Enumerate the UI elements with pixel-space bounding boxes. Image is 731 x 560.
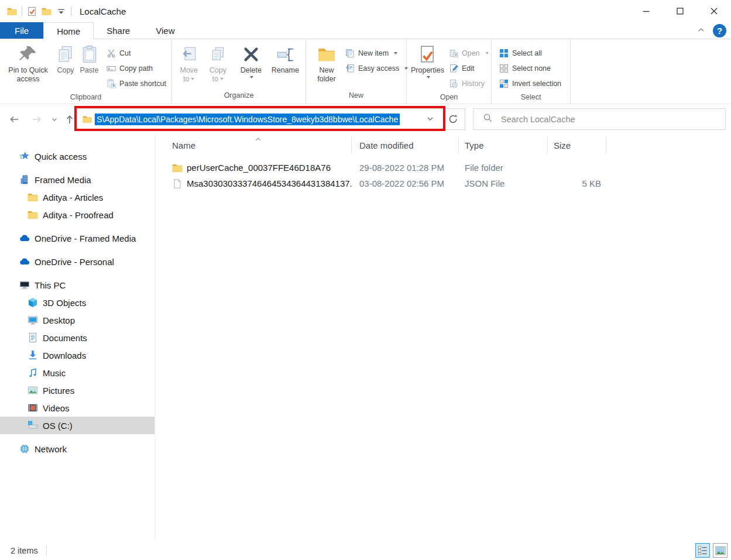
delete-icon <box>242 43 260 66</box>
new-folder-button[interactable]: New folder <box>312 42 341 85</box>
ribbon-group-new: New folder New item Easy access New <box>306 39 407 104</box>
tab-home[interactable]: Home <box>43 22 94 39</box>
building-icon <box>19 174 30 185</box>
minimize-button[interactable] <box>629 0 663 22</box>
pictures-icon <box>28 385 38 396</box>
address-path-selected-text[interactable]: S\AppData\Local\Packages\Microsoft.Windo… <box>95 114 400 125</box>
copy-path-button[interactable]: Copy path <box>104 61 169 76</box>
3d-objects-icon <box>28 297 38 308</box>
title-bar: LocalCache <box>0 0 731 22</box>
recent-locations-chevron-icon[interactable] <box>49 104 60 134</box>
videos-icon <box>28 403 38 413</box>
cut-icon <box>107 49 116 58</box>
folder-icon <box>28 209 38 220</box>
this-pc-icon <box>19 280 30 290</box>
file-row-peruser-cache[interactable]: perUserCache_00037FFE46D18A76 29-08-2022… <box>155 160 731 176</box>
tab-file[interactable]: File <box>0 22 43 39</box>
address-bar[interactable]: S\AppData\Local\Packages\Microsoft.Windo… <box>77 108 465 130</box>
invert-selection-button[interactable]: Invert selection <box>496 76 564 91</box>
file-row-msa-json[interactable]: Msa303030333746464534364431384137... 03-… <box>155 176 731 191</box>
details-view-button[interactable] <box>695 543 710 558</box>
rename-button[interactable]: Rename <box>267 42 303 76</box>
easy-access-button[interactable]: Easy access <box>342 61 411 76</box>
close-button[interactable] <box>697 0 731 22</box>
navigation-pane: Quick access Framed Media Aditya - Artic… <box>0 134 155 541</box>
select-none-button[interactable]: Select none <box>496 61 564 76</box>
main-content: Quick access Framed Media Aditya - Artic… <box>0 134 731 541</box>
select-none-icon <box>499 64 509 73</box>
documents-icon <box>28 332 38 343</box>
folder-icon <box>28 192 38 202</box>
history-button[interactable]: History <box>446 76 492 91</box>
folder-icon[interactable] <box>42 6 52 16</box>
up-button[interactable] <box>62 104 77 134</box>
select-all-button[interactable]: Select all <box>496 46 564 61</box>
address-dropdown-chevron-icon[interactable] <box>426 115 434 125</box>
edit-button[interactable]: Edit <box>446 61 492 76</box>
back-button[interactable] <box>6 104 22 134</box>
search-input[interactable] <box>501 115 725 124</box>
downloads-icon <box>28 350 38 360</box>
sidebar-item-downloads[interactable]: Downloads <box>0 346 155 364</box>
large-icons-view-button[interactable] <box>713 543 727 558</box>
status-bar: 2 items <box>0 541 731 560</box>
forward-button[interactable] <box>29 104 44 134</box>
pin-to-quick-access-button[interactable]: Pin to Quick access <box>2 42 54 85</box>
sidebar-item-os-c[interactable]: OS (C:) <box>0 417 155 434</box>
divider <box>46 545 47 556</box>
sidebar-item-music[interactable]: Music <box>0 364 155 382</box>
copy-button[interactable]: Copy <box>54 42 77 76</box>
file-list-pane: Name Date modified Type Size perUserCach… <box>155 134 731 541</box>
group-label-clipboard: Clipboard <box>0 91 171 104</box>
tab-view[interactable]: View <box>143 22 187 39</box>
group-label-new: New <box>306 90 406 104</box>
sidebar-item-desktop[interactable]: Desktop <box>0 311 155 329</box>
search-icon <box>483 113 493 125</box>
sidebar-item-pictures[interactable]: Pictures <box>0 382 155 399</box>
help-icon[interactable]: ? <box>713 24 726 37</box>
sidebar-item-quick-access[interactable]: Quick access <box>0 147 155 165</box>
copy-to-button[interactable]: Copy to <box>204 42 233 85</box>
easy-access-icon <box>345 64 355 73</box>
open-button[interactable]: Open <box>446 46 492 61</box>
file-icon <box>172 178 183 189</box>
properties-icon <box>417 43 437 66</box>
sidebar-item-this-pc[interactable]: This PC <box>0 276 155 294</box>
paste-shortcut-icon <box>107 79 116 88</box>
sidebar-item-aditya-articles[interactable]: Aditya - Articles <box>0 188 155 206</box>
divider <box>22 6 22 16</box>
sidebar-item-3d-objects[interactable]: 3D Objects <box>0 294 155 311</box>
collapse-ribbon-icon[interactable] <box>696 25 706 37</box>
move-to-button[interactable]: Move to <box>174 42 204 85</box>
move-to-icon <box>180 43 198 66</box>
column-header-date-modified[interactable]: Date modified <box>352 136 459 154</box>
refresh-icon[interactable] <box>448 114 459 127</box>
column-header-size[interactable]: Size <box>548 136 606 154</box>
sidebar-item-onedrive-personal[interactable]: OneDrive - Personal <box>0 253 155 270</box>
new-item-button[interactable]: New item <box>342 46 411 61</box>
sidebar-item-documents[interactable]: Documents <box>0 329 155 346</box>
qat-dropdown-icon[interactable] <box>56 6 66 16</box>
search-box[interactable] <box>473 108 726 130</box>
column-header-name[interactable]: Name <box>155 136 352 154</box>
sidebar-item-framed-media[interactable]: Framed Media <box>0 171 155 188</box>
paste-button[interactable]: Paste <box>77 42 101 76</box>
sidebar-item-network[interactable]: Network <box>0 440 155 458</box>
desktop-icon <box>28 315 38 325</box>
sidebar-item-onedrive-framed-media[interactable]: OneDrive - Framed Media <box>0 229 155 247</box>
maximize-button[interactable] <box>663 0 697 22</box>
cut-button[interactable]: Cut <box>104 46 169 61</box>
sidebar-item-aditya-proofread[interactable]: Aditya - Proofread <box>0 206 155 224</box>
tab-share[interactable]: Share <box>94 22 143 39</box>
navigation-bar: S\AppData\Local\Packages\Microsoft.Windo… <box>0 104 731 134</box>
properties-check-icon[interactable] <box>27 6 37 16</box>
group-label-select: Select <box>492 91 570 104</box>
delete-button[interactable]: Delete <box>235 42 267 80</box>
group-label-organize: Organize <box>172 90 306 104</box>
properties-button[interactable]: Properties <box>409 42 446 80</box>
history-icon <box>449 79 458 88</box>
sidebar-item-videos[interactable]: Videos <box>0 399 155 417</box>
column-header-type[interactable]: Type <box>459 136 548 154</box>
paste-shortcut-button[interactable]: Paste shortcut <box>104 76 169 91</box>
item-count: 2 items <box>11 546 38 555</box>
